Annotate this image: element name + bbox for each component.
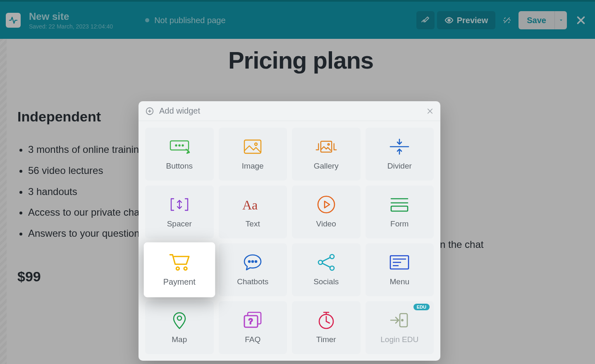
svg-point-3 xyxy=(175,145,177,146)
widget-label: Payment xyxy=(163,278,196,287)
plus-circle-icon xyxy=(145,107,154,116)
widget-divider[interactable]: Divider xyxy=(366,128,434,181)
widget-faq[interactable]: ? FAQ xyxy=(219,301,287,354)
widget-menu[interactable]: Menu xyxy=(366,243,434,296)
svg-point-20 xyxy=(330,266,334,270)
image-icon xyxy=(240,138,265,156)
svg-rect-28 xyxy=(400,314,407,327)
widget-label: Menu xyxy=(389,277,409,286)
svg-point-17 xyxy=(255,261,257,262)
svg-point-13 xyxy=(176,267,179,270)
widget-chatbots[interactable]: Chatbots xyxy=(219,243,287,296)
cart-icon xyxy=(167,252,192,271)
widget-label: Text xyxy=(246,219,260,228)
form-icon xyxy=(387,195,412,214)
widget-spacer[interactable]: Spacer xyxy=(145,186,214,238)
widget-label: Image xyxy=(242,162,264,171)
widget-video[interactable]: Video xyxy=(292,186,361,238)
widget-text[interactable]: Aa Text xyxy=(219,186,287,238)
widget-socials[interactable]: Socials xyxy=(292,243,361,296)
svg-rect-6 xyxy=(244,140,261,153)
divider-icon xyxy=(387,138,412,156)
modal-close-button[interactable] xyxy=(426,107,434,115)
svg-point-19 xyxy=(330,255,334,259)
share-icon xyxy=(314,253,339,271)
spacer-icon xyxy=(167,195,192,214)
widget-label: Socials xyxy=(313,277,339,286)
widget-login-edu[interactable]: EDU Login EDU xyxy=(366,301,434,354)
svg-point-4 xyxy=(179,145,180,146)
widget-label: Video xyxy=(316,219,336,228)
svg-point-9 xyxy=(328,144,330,145)
modal-header: Add widget xyxy=(139,101,440,121)
login-icon xyxy=(387,311,412,329)
svg-text:Aa: Aa xyxy=(242,197,258,212)
video-icon xyxy=(314,195,339,214)
widget-gallery[interactable]: Gallery xyxy=(292,128,361,181)
svg-text:?: ? xyxy=(249,317,253,326)
modal-title: Add widget xyxy=(159,106,200,116)
svg-point-11 xyxy=(318,196,335,213)
svg-rect-8 xyxy=(321,141,332,152)
widget-label: Spacer xyxy=(167,219,192,228)
svg-rect-12 xyxy=(391,206,408,211)
map-pin-icon xyxy=(167,311,192,329)
buttons-icon xyxy=(167,138,192,156)
widget-map[interactable]: Map xyxy=(145,301,214,354)
gallery-icon xyxy=(314,138,339,156)
svg-point-5 xyxy=(182,145,183,146)
widget-buttons[interactable]: Buttons xyxy=(145,128,214,181)
widget-label: Login EDU xyxy=(380,335,418,344)
svg-point-14 xyxy=(184,267,187,270)
text-icon: Aa xyxy=(240,195,265,214)
timer-icon xyxy=(314,311,339,329)
widget-timer[interactable]: Timer xyxy=(292,301,361,354)
widget-label: Timer xyxy=(316,335,336,344)
widget-form[interactable]: Form xyxy=(366,186,434,238)
widget-payment[interactable]: Payment xyxy=(144,242,215,297)
svg-point-18 xyxy=(318,260,323,264)
svg-point-15 xyxy=(249,261,250,262)
svg-point-7 xyxy=(255,143,257,145)
widget-label: Map xyxy=(172,335,187,344)
faq-icon: ? xyxy=(240,311,265,329)
widget-label: Gallery xyxy=(314,162,339,171)
widget-label: Form xyxy=(390,219,409,228)
widget-image[interactable]: Image xyxy=(219,128,287,181)
menu-icon xyxy=(387,253,412,271)
widget-grid: Buttons Image Gallery Divider xyxy=(139,121,440,361)
svg-point-16 xyxy=(252,261,253,262)
widget-label: Divider xyxy=(387,162,412,171)
svg-point-22 xyxy=(177,316,182,320)
widget-label: FAQ xyxy=(245,335,260,344)
chat-icon xyxy=(240,253,265,271)
widget-label: Chatbots xyxy=(237,277,268,286)
svg-point-29 xyxy=(402,319,403,321)
add-widget-modal: Add widget Buttons Image xyxy=(139,101,440,361)
widget-label: Buttons xyxy=(166,162,193,171)
edu-badge: EDU xyxy=(413,304,430,310)
